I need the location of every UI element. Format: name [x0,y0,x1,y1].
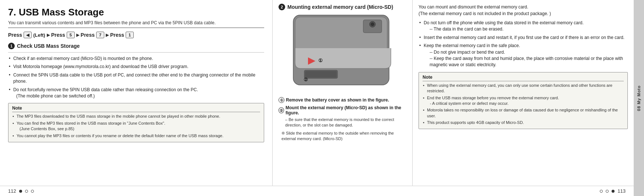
press-label-3: Press [81,32,95,38]
page-footer: 112 113 [0,186,634,196]
note-list-item: When using the external memory card, you… [423,83,624,94]
note-list-item: You cannot play the MP3 files or content… [12,133,260,139]
button-1-icon: 1 [126,32,134,38]
subtitle: You can transmit various contents and MP… [8,20,264,28]
phone-illustration: ① ② [279,13,404,92]
list-item: Connect the 5PIN USB data cable to the U… [8,72,264,85]
arrow-1: ▶ [47,33,50,38]
press-label-4: Press [110,32,124,38]
button-5-icon: 5 [67,32,75,38]
step1-num: ① [279,97,284,103]
step2-sub: – Be sure that the external memory is mo… [279,117,406,128]
note-list-item: End the USB mass storage before you remo… [423,95,624,107]
section1-note-list: The MP3 files downloaded to the USB mass… [12,114,260,139]
section1-bullets: Check if an external memory card (Micro-… [8,56,264,99]
phone-image: ① ② [279,13,406,94]
sidebar-right: 08 My Moto [634,0,644,196]
right-page-number: 113 [617,188,626,194]
section1-number: 1 [8,43,15,49]
arrow-3: ▶ [106,33,109,38]
dot-filled-2 [612,190,615,193]
dot-empty-4 [606,190,609,193]
note-list-item: Motorola takes no responsibility on loss… [423,107,624,119]
extra-note: ❊ Slide the external memory to the outsi… [279,131,406,142]
page-title: 7. USB Mass Storage [8,7,264,18]
dot-empty-1 [25,190,28,193]
section2-number: 2 [279,4,285,10]
list-item: Visit Motorola homepage (www.mymotorola.… [8,64,264,70]
section1-divider [8,52,264,53]
button-7-icon: 7 [96,32,104,38]
svg-point-4 [371,22,374,26]
press-label-1: Press [8,32,22,38]
list-item: Do not turn off the phone while using th… [419,20,628,33]
btn1-label: (Left) [33,32,45,38]
section2-bullets: Do not turn off the phone while using th… [419,20,628,68]
section2-note-list: When using the external memory card, you… [423,83,624,126]
section1-header: 1 Check USB Mass Storage [8,43,264,49]
section1-title: Check USB Mass Storage [17,43,80,49]
page-num-right: 113 [600,188,626,194]
note-list-item: This product supports upto 4GB capacity … [423,120,624,125]
sidebar-label: 08 My Moto [637,85,641,111]
step2-text: ② Mount the external memory (Micro-SD) a… [279,105,406,115]
list-item: Do not forcefully remove the 5PIN USB da… [8,87,264,100]
list-item: Insert the external memory card and rest… [419,35,628,41]
arrow-2: ▶ [76,33,79,38]
step1-text: ① Remove the battery cover as shown in t… [279,97,406,103]
button-left-icon: ◀ [24,32,32,38]
note-list-item: You can find the MP3 files stored in the… [12,121,260,132]
section2-note-title: Note [423,75,624,81]
section2-header: 2 Mounting external memory card (Micro-S… [279,4,406,10]
left-page-number: 112 [8,188,16,194]
section2-top-note: You can mount and dismount the external … [419,4,628,17]
dot-empty-3 [600,190,603,193]
press-label-2: Press [51,32,65,38]
step2-num: ② [279,107,284,113]
list-item: Keep the external memory card in the saf… [419,43,628,68]
svg-text:①: ① [318,58,323,63]
press-bar: Press ◀ (Left) ▶ Press 5 ▶ Press 7 ▶ Pre… [8,32,264,38]
list-item: Check if an external memory card (Micro-… [8,56,264,62]
dot-filled-1 [19,190,22,193]
note-list-item: The MP3 files downloaded to the USB mass… [12,114,260,119]
dot-empty-2 [31,190,34,193]
page-num-left: 112 [8,188,34,194]
section2-note-box: Note When using the external memory card… [419,72,628,129]
section1-note-title: Note [12,106,260,112]
section2-title: Mounting external memory card (Micro-SD) [287,4,393,10]
svg-text:②: ② [304,77,308,82]
svg-rect-6 [305,71,337,78]
section1-note-box: Note The MP3 files downloaded to the USB… [8,103,264,142]
